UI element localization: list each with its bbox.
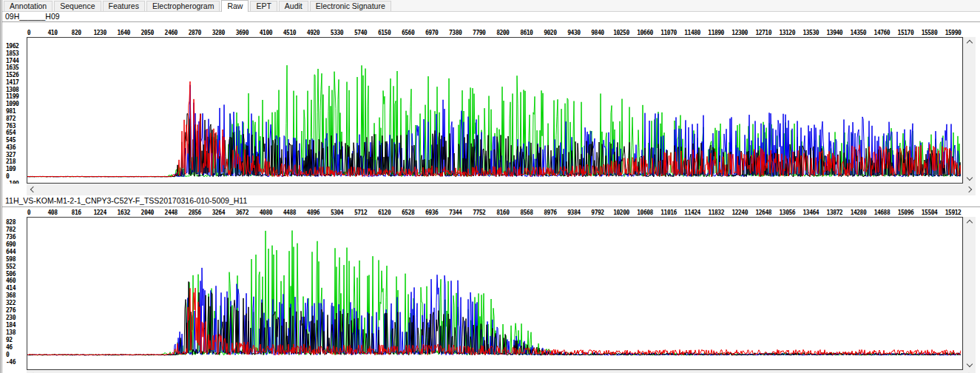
y-tick-label: 1744 <box>6 58 18 64</box>
x-tick-label: 15504 <box>922 209 938 216</box>
x-tick-label: 8200 <box>496 30 509 36</box>
y-tick-label: 782 <box>6 226 16 233</box>
scroll-up-icon[interactable] <box>967 40 973 46</box>
trace-blue <box>27 268 961 355</box>
y-tick-label: 598 <box>6 256 16 263</box>
scroll-up-icon[interactable] <box>967 220 973 226</box>
y-tick-label: -46 <box>6 359 16 366</box>
x-tick-label: 0 <box>27 209 30 216</box>
x-tick-label: 4100 <box>260 30 272 36</box>
y-axis-2: 8287827366906445985525064604143683222762… <box>2 217 27 370</box>
y-tick-label: 828 <box>6 219 16 226</box>
x-tick-label: 10608 <box>637 209 653 216</box>
scroll-right-icon[interactable] <box>966 186 972 192</box>
x-tick-label: 2870 <box>189 30 201 36</box>
y-tick-label: 230 <box>6 315 16 321</box>
tab-features[interactable]: Features <box>103 1 145 11</box>
x-tick-label: 10200 <box>613 209 629 216</box>
y-tick-label: 138 <box>6 329 16 336</box>
x-tick-label: 5330 <box>331 30 343 36</box>
x-tick-label: 15580 <box>922 30 938 36</box>
tab-raw[interactable]: Raw <box>221 0 249 12</box>
y-tick-label: 506 <box>6 271 16 278</box>
tab-sequence[interactable]: Sequence <box>54 1 101 11</box>
x-tick-label: 4488 <box>283 209 296 216</box>
x-tick-label: 816 <box>72 209 81 216</box>
x-tick-label: 820 <box>72 30 81 36</box>
x-tick-label: 11424 <box>684 209 700 216</box>
x-tick-label: 15990 <box>945 30 962 36</box>
x-tick-label: 10250 <box>613 30 629 36</box>
x-tick-label: 9430 <box>567 30 580 36</box>
x-tick-label: 408 <box>48 209 58 216</box>
scroll-down-icon[interactable] <box>967 361 973 367</box>
tab-electropherogram[interactable]: Electropherogram <box>146 1 220 11</box>
y-tick-label: 327 <box>6 152 16 158</box>
chart-row-2: 8287827366906445985525064604143683222762… <box>2 217 980 370</box>
x-tick-label: 2040 <box>141 209 154 216</box>
x-tick-label: 7344 <box>449 209 462 216</box>
x-tick-label: 3280 <box>212 30 225 36</box>
y-tick-label: 0 <box>6 352 9 358</box>
sample-title-2: 11H_VS-KOM-M1-2-1_CNPY3-C52Y-F_TSS201703… <box>2 195 980 207</box>
x-tick-label: 12648 <box>755 209 771 216</box>
y-tick-label: 1526 <box>6 72 18 78</box>
y-tick-label: 414 <box>6 285 16 292</box>
y-tick-label: 92 <box>6 337 13 343</box>
y-tick-label: 644 <box>6 249 16 255</box>
x-tick-label: 8568 <box>520 209 533 216</box>
y-tick-label: 872 <box>6 115 16 122</box>
x-tick-label: 0 <box>27 30 30 36</box>
x-tick-label: 11832 <box>708 209 724 216</box>
y-tick-label: 1308 <box>6 87 18 93</box>
trace-green <box>27 231 961 356</box>
y-tick-label: 109 <box>6 166 16 172</box>
v-scrollbar-2[interactable] <box>963 217 976 370</box>
x-tick-label: 10660 <box>637 30 653 36</box>
y-tick-label: 763 <box>6 123 16 130</box>
y-tick-label: 1635 <box>6 64 18 71</box>
h-scrollbar-1[interactable] <box>27 184 976 195</box>
scroll-left-icon[interactable] <box>30 186 36 192</box>
x-tick-label: 15912 <box>945 209 962 216</box>
x-tick-label: 14350 <box>851 30 867 36</box>
trace-plot-2[interactable] <box>27 217 963 370</box>
x-tick-label: 13940 <box>827 30 843 36</box>
x-tick-label: 6150 <box>378 30 391 36</box>
tab-electronic-signature[interactable]: Electronic Signature <box>310 1 391 11</box>
scroll-down-icon[interactable] <box>967 175 973 181</box>
v-scrollbar-1[interactable] <box>963 37 976 184</box>
x-tick-label: 3672 <box>236 209 249 216</box>
y-tick-label: 322 <box>6 300 16 306</box>
x-tick-label: 11070 <box>660 30 677 36</box>
x-tick-label: 1230 <box>93 30 106 36</box>
trace-plot-1[interactable] <box>27 37 963 184</box>
x-tick-label: 1640 <box>118 30 130 36</box>
y-tick-label: 1090 <box>6 101 18 107</box>
tab-ept[interactable]: EPT <box>250 1 277 11</box>
y-tick-label: 552 <box>6 263 16 270</box>
x-tick-label: 1632 <box>118 209 130 216</box>
x-tick-label: 9792 <box>591 209 604 216</box>
x-tick-label: 4920 <box>307 30 320 36</box>
x-tick-label: 2050 <box>141 30 154 36</box>
x-tick-label: 4896 <box>307 209 320 216</box>
x-tick-label: 12710 <box>755 30 771 36</box>
x-tick-label: 6970 <box>425 30 438 36</box>
h-scrollbar-2[interactable] <box>27 370 976 373</box>
tab-audit[interactable]: Audit <box>279 1 308 11</box>
x-tick-label: 11890 <box>708 30 724 36</box>
x-tick-label: 2448 <box>165 209 178 216</box>
x-axis-2: 0408816122416322040244828563264367240804… <box>2 207 980 217</box>
trace-blue <box>27 85 961 177</box>
x-tick-label: 12300 <box>731 30 748 36</box>
tab-annotation[interactable]: Annotation <box>4 1 53 11</box>
x-tick-label: 13120 <box>779 30 795 36</box>
x-tick-label: 11016 <box>660 209 677 216</box>
y-tick-label: 276 <box>6 307 16 314</box>
y-tick-label: 981 <box>6 108 16 115</box>
y-tick-label: 218 <box>6 158 16 165</box>
y-tick-label: 545 <box>6 137 16 144</box>
x-tick-label: 6528 <box>402 209 414 216</box>
x-tick-label: 5304 <box>331 209 343 216</box>
